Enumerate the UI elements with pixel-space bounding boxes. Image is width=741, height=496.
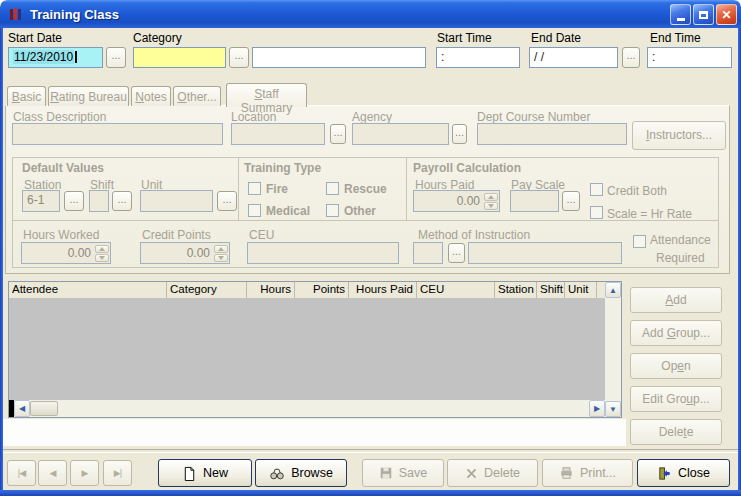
other-checkbox[interactable]	[326, 204, 339, 217]
spinner-down-icon[interactable]	[488, 204, 494, 208]
attendee-column-header[interactable]: Attendee	[9, 282, 167, 298]
category-input[interactable]	[133, 47, 226, 68]
agency-browse-button[interactable]: ...	[452, 124, 467, 144]
save-button[interactable]: Save	[362, 459, 444, 487]
delete-button[interactable]: Delete	[447, 459, 538, 487]
station-browse-button[interactable]: ...	[64, 191, 84, 211]
tab-other[interactable]: Other...	[173, 86, 221, 106]
dept-course-number-input[interactable]	[477, 123, 627, 145]
end-date-browse-button[interactable]: ...	[622, 47, 640, 68]
spinner-up-icon[interactable]	[99, 247, 105, 251]
start-time-label: Start Time	[437, 31, 492, 45]
category-browse-button[interactable]: ...	[229, 47, 249, 68]
credit-both-label: Credit Both	[607, 184, 667, 198]
scroll-left-button[interactable]: ◀	[14, 400, 30, 417]
scroll-down-button[interactable]: ▼	[605, 401, 621, 417]
spinner-up-icon[interactable]	[218, 247, 224, 251]
hours-paid-spinner[interactable]: 0.00	[413, 190, 500, 212]
start-time-input[interactable]: :	[436, 47, 520, 68]
add-button[interactable]: Add	[630, 287, 722, 313]
scale-hr-rate-checkbox[interactable]	[590, 206, 603, 219]
dept-course-number-label: Dept Course Number	[477, 110, 590, 124]
scroll-up-button[interactable]: ▲	[605, 282, 621, 298]
start-date-input[interactable]: 11/23/2010	[8, 47, 103, 68]
credit-points-spinner[interactable]: 0.00	[140, 242, 230, 264]
station-column-header[interactable]: Station	[495, 282, 537, 298]
shift-input[interactable]	[89, 190, 109, 212]
credit-points-spin-buttons[interactable]	[213, 244, 228, 262]
pay-scale-input[interactable]	[510, 190, 559, 212]
edit-group-button[interactable]: Edit Group...	[630, 386, 722, 412]
start-date-browse-button[interactable]: ...	[106, 47, 126, 68]
method-of-instruction-input[interactable]	[468, 242, 622, 264]
ceu-input[interactable]	[247, 242, 399, 264]
tab-notes[interactable]: Notes	[131, 86, 171, 106]
hours-paid-spin-buttons[interactable]	[483, 192, 498, 210]
tab-basic[interactable]: Basic	[7, 86, 46, 106]
browse-button[interactable]: Browse	[255, 459, 347, 487]
close-window-button[interactable]: ✕	[716, 4, 737, 25]
station-input[interactable]: 6-1	[22, 190, 60, 212]
scroll-track[interactable]	[58, 400, 589, 417]
hours-worked-spinner[interactable]: 0.00	[21, 242, 111, 264]
print-button[interactable]: Print...	[542, 459, 633, 487]
delete-row-button[interactable]: Delete	[630, 419, 722, 445]
medical-label: Medical	[266, 204, 310, 218]
method-of-instruction-browse-button[interactable]: ...	[448, 243, 465, 263]
next-record-button[interactable]: ▶	[70, 460, 99, 486]
grid-header-row[interactable]: Attendee Category Hours Points Hours Pai…	[9, 282, 621, 299]
ceu-column-header[interactable]: CEU	[417, 282, 495, 298]
training-class-window: Training Class ✕ Start Date Category Sta…	[0, 0, 741, 496]
x-icon	[465, 467, 478, 480]
close-button[interactable]: Close	[637, 459, 730, 487]
books-icon	[8, 6, 24, 22]
unit-browse-button[interactable]: ...	[217, 191, 237, 211]
vertical-scrollbar[interactable]: ▲ ▼	[605, 282, 621, 417]
open-button[interactable]: Open	[630, 353, 722, 379]
spinner-down-icon[interactable]	[218, 256, 224, 260]
minimize-button[interactable]	[670, 4, 691, 25]
last-record-button[interactable]: ▶|	[103, 460, 132, 486]
spinner-up-icon[interactable]	[488, 195, 494, 199]
spinner-down-icon[interactable]	[99, 256, 105, 260]
grid-rows[interactable]	[9, 298, 605, 400]
tab-rating-bureau[interactable]: Rating Bureau	[48, 86, 129, 106]
rescue-checkbox[interactable]	[326, 182, 339, 195]
shift-browse-button[interactable]: ...	[112, 191, 132, 211]
method-of-instruction-code-input[interactable]	[413, 242, 443, 264]
attendee-grid[interactable]: Attendee Category Hours Points Hours Pai…	[8, 281, 622, 418]
tab-staff-summary[interactable]: Staff Summary	[226, 83, 307, 107]
pay-scale-browse-button[interactable]: ...	[562, 191, 580, 211]
category-description-input[interactable]	[252, 47, 426, 68]
points-column-header[interactable]: Points	[295, 282, 349, 298]
end-time-input[interactable]: :	[647, 47, 732, 68]
first-record-button[interactable]: |◀	[7, 460, 36, 486]
class-description-input[interactable]	[12, 123, 223, 145]
location-browse-button[interactable]: ...	[330, 124, 346, 144]
unit-input[interactable]	[140, 190, 213, 212]
window-title: Training Class	[30, 7, 119, 22]
hours-paid-column-header[interactable]: Hours Paid	[349, 282, 417, 298]
agency-input[interactable]	[352, 123, 449, 145]
scroll-right-button[interactable]: ▶	[589, 400, 605, 417]
instructors-button[interactable]: Instructors...	[632, 121, 726, 150]
location-input[interactable]	[231, 123, 325, 145]
shift-column-header[interactable]: Shift	[537, 282, 565, 298]
fire-checkbox[interactable]	[248, 182, 261, 195]
add-group-button[interactable]: Add Group...	[630, 320, 722, 346]
hours-worked-spin-buttons[interactable]	[94, 244, 109, 262]
credit-points-value: 0.00	[187, 246, 210, 260]
title-bar[interactable]: Training Class ✕	[0, 0, 741, 28]
medical-checkbox[interactable]	[248, 204, 261, 217]
credit-both-checkbox[interactable]	[590, 183, 603, 196]
attendance-required-checkbox[interactable]	[633, 235, 646, 248]
previous-record-button[interactable]: ◀	[38, 460, 67, 486]
horizontal-scrollbar[interactable]: ◀ ▶	[9, 400, 605, 417]
end-date-input[interactable]: / /	[529, 47, 618, 68]
hours-column-header[interactable]: Hours	[247, 282, 295, 298]
new-button[interactable]: New	[158, 459, 252, 487]
maximize-button[interactable]	[693, 4, 714, 25]
horizontal-scroll-thumb[interactable]	[30, 401, 58, 416]
unit-column-header[interactable]: Unit	[565, 282, 597, 298]
category-column-header[interactable]: Category	[167, 282, 247, 298]
